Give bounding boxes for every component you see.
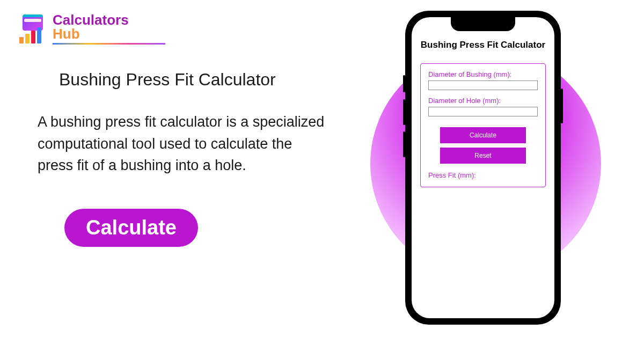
calculator-form: Diameter of Bushing (mm): Diameter of Ho… bbox=[420, 63, 546, 187]
logo-text-bottom: Hub bbox=[53, 27, 165, 41]
hole-diameter-label: Diameter of Hole (mm): bbox=[428, 97, 538, 105]
logo-icon bbox=[19, 14, 48, 43]
form-calculate-button[interactable]: Calculate bbox=[440, 127, 526, 143]
logo-underline bbox=[53, 43, 165, 45]
content-left: Bushing Press Fit Calculator A bushing p… bbox=[38, 70, 327, 247]
press-fit-result-label: Press Fit (mm): bbox=[428, 171, 538, 179]
phone-frame: Bushing Press Fit Calculator Diameter of… bbox=[405, 11, 561, 325]
phone-mockup-area: Bushing Press Fit Calculator Diameter of… bbox=[343, 11, 623, 327]
calculator-panel: Bushing Press Fit Calculator Diameter of… bbox=[412, 17, 554, 196]
bushing-diameter-input[interactable] bbox=[428, 80, 538, 90]
hole-diameter-input[interactable] bbox=[428, 107, 538, 116]
page-title: Bushing Press Fit Calculator bbox=[59, 70, 327, 90]
phone-mute-switch bbox=[403, 75, 405, 92]
phone-notch bbox=[451, 17, 515, 31]
phone-volume-down bbox=[403, 131, 405, 157]
calculator-title: Bushing Press Fit Calculator bbox=[420, 40, 546, 50]
brand-logo: Calculators Hub bbox=[19, 13, 165, 45]
phone-power-button bbox=[561, 89, 563, 123]
form-reset-button[interactable]: Reset bbox=[440, 148, 526, 164]
logo-text-top: Calculators bbox=[53, 13, 165, 27]
page-description: A bushing press fit calculator is a spec… bbox=[38, 111, 327, 177]
logo-text: Calculators Hub bbox=[53, 13, 165, 45]
phone-volume-up bbox=[403, 99, 405, 125]
phone-screen: Bushing Press Fit Calculator Diameter of… bbox=[412, 17, 554, 318]
bushing-diameter-label: Diameter of Bushing (mm): bbox=[428, 70, 538, 78]
calculate-cta-button[interactable]: Calculate bbox=[64, 209, 198, 247]
